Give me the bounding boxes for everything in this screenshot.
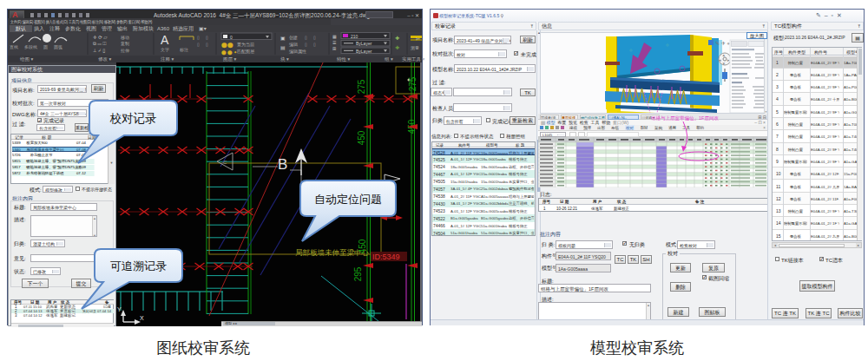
svg-text:⧉ ▭ ◫: ⧉ ▭ ◫ — [93, 41, 106, 46]
svg-text:圆: 圆 — [43, 44, 48, 50]
svg-text:编辑属性: 编辑属性 — [289, 49, 306, 54]
svg-text:▯: ▯ — [313, 35, 316, 40]
svg-text:ID:5349: ID:5349 — [372, 253, 400, 261]
svg-text:测量: 测量 — [411, 45, 419, 51]
svg-text:A: A — [161, 33, 169, 47]
svg-text:⬤: ⬤ — [221, 43, 227, 49]
svg-text:▯: ▯ — [305, 35, 307, 40]
svg-text:X: X — [140, 315, 144, 321]
svg-text:复制: 复制 — [121, 41, 129, 47]
svg-text:450: 450 — [358, 239, 367, 253]
svg-text:圆弧: 圆弧 — [54, 44, 62, 50]
svg-text:创建: 创建 — [289, 35, 298, 41]
svg-text:✚: ✚ — [395, 45, 399, 50]
svg-text:275: 275 — [357, 79, 366, 94]
svg-text:⊞: ⊞ — [332, 46, 336, 51]
svg-text:✛ ⟳ ▱: ✛ ⟳ ▱ — [93, 35, 108, 40]
svg-text:⊥ ⌿ ▯: ⊥ ⌿ ▯ — [93, 48, 105, 53]
svg-text:275: 275 — [408, 76, 418, 91]
svg-text:⬤: ⬤ — [227, 43, 233, 49]
svg-text:匹配图层: 匹配图层 — [237, 49, 254, 55]
svg-text:210: 210 — [351, 34, 358, 39]
svg-text:295: 295 — [353, 266, 363, 281]
svg-text:文字: 文字 — [161, 47, 169, 52]
svg-text:直线: 直线 — [10, 44, 18, 49]
svg-text:▣: ▣ — [280, 36, 286, 41]
svg-text:✄: ✄ — [416, 36, 420, 42]
svg-text:多段线: 多段线 — [24, 44, 37, 49]
svg-text:☰: ☰ — [332, 40, 337, 45]
svg-text:ByLayer: ByLayer — [356, 41, 372, 46]
svg-text:▯: ▯ — [305, 42, 307, 47]
svg-text:移动: 移动 — [121, 35, 129, 41]
svg-text:▦: ▦ — [332, 34, 337, 39]
svg-text:▯: ▯ — [206, 42, 208, 47]
svg-text:C: C — [223, 160, 227, 165]
svg-text:▯: ▯ — [197, 35, 200, 40]
svg-text:标注: 标注 — [179, 47, 188, 53]
svg-text:B: B — [278, 156, 287, 173]
svg-text:▯: ▯ — [313, 42, 316, 47]
svg-text:0: 0 — [230, 35, 233, 40]
svg-text:▤: ▤ — [280, 45, 286, 50]
svg-text:✚: ✚ — [395, 36, 399, 41]
svg-text:ByLayer: ByLayer — [356, 49, 372, 54]
svg-text:▯: ▯ — [206, 35, 208, 40]
svg-text:拉伸: 拉伸 — [121, 48, 129, 53]
svg-text:⬤ ⬤ ✦: ⬤ ⬤ ✦ — [221, 49, 237, 56]
svg-text:▯: ▯ — [197, 42, 200, 47]
svg-text:置为当前: 置为当前 — [237, 42, 254, 47]
svg-text:Y: Y — [117, 306, 122, 312]
svg-text:450: 450 — [357, 130, 366, 145]
svg-text:编辑: 编辑 — [289, 42, 298, 47]
